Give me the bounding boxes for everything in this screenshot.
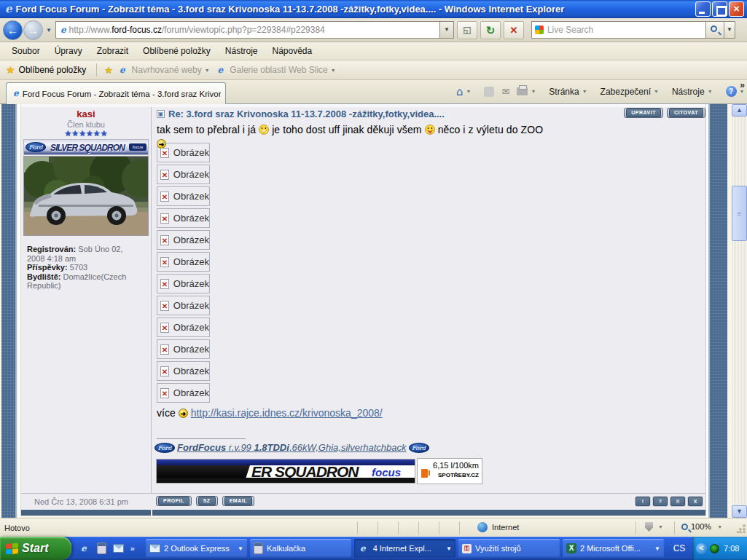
print-dropdown[interactable]: ▼ xyxy=(531,89,536,94)
menu-soubor[interactable]: Soubor xyxy=(4,44,47,58)
web-slice-dropdown[interactable]: ▼ xyxy=(331,68,336,73)
gallery-link[interactable]: http://kasi.rajce.idnes.cz/krivonoska_20… xyxy=(191,407,383,419)
menu-nastroje[interactable]: Nástroje xyxy=(218,44,265,58)
quick-launch-outlook-icon[interactable] xyxy=(113,544,124,553)
pm-button[interactable]: SZ xyxy=(196,496,218,506)
restore-button[interactable] xyxy=(712,1,727,17)
close-button[interactable]: ✕ xyxy=(729,1,744,17)
search-box[interactable]: Live Search xyxy=(531,21,706,39)
key-icon: ⚿ xyxy=(462,544,472,553)
web-slice-button[interactable]: Galerie oblastí Web Slice xyxy=(230,65,328,75)
author-name[interactable]: kasi xyxy=(21,109,151,119)
page-dropdown[interactable]: ▼ xyxy=(582,89,587,94)
page-menu[interactable]: Stránka xyxy=(549,87,579,97)
scroll-thumb[interactable] xyxy=(732,186,747,241)
tab-active[interactable]: e Ford Focus Forum - Zobrazit téma - 3.f… xyxy=(6,82,226,104)
image-label: Obrázek xyxy=(173,169,209,180)
task-kalkulacka[interactable]: Kalkulačka xyxy=(250,539,351,558)
tray-app-icon[interactable] xyxy=(710,544,719,553)
zoom-dropdown[interactable]: ▼ xyxy=(717,524,722,529)
quick-launch-calculator-icon[interactable] xyxy=(97,543,106,554)
recent-pages-dropdown[interactable]: ▼ xyxy=(46,27,52,33)
tray-collapse-icon[interactable]: < xyxy=(696,543,707,554)
scroll-down-button[interactable]: ▼ xyxy=(732,505,747,518)
rss-icon[interactable] xyxy=(484,87,494,97)
suggested-dropdown[interactable]: ▼ xyxy=(205,68,210,73)
home-icon[interactable]: ⌂ xyxy=(456,87,464,97)
image-label: Obrázek xyxy=(173,191,209,202)
signature-divider xyxy=(157,438,246,439)
menu-oblibene[interactable]: Oblíbené položky xyxy=(136,44,218,58)
start-button[interactable]: Start xyxy=(0,537,71,560)
mini-button-1[interactable]: ! xyxy=(635,497,650,506)
edit-button[interactable]: UPRAVIT xyxy=(624,108,663,118)
fuel-site: SPOTŘEBY.CZ xyxy=(418,472,479,478)
task-group-dropdown[interactable]: ▼ xyxy=(238,545,243,552)
home-dropdown[interactable]: ▼ xyxy=(466,89,472,94)
mini-button-2[interactable]: ? xyxy=(653,497,668,506)
broken-image[interactable]: ✕Obrázek xyxy=(157,208,210,228)
address-bar[interactable]: e http://www.ford-focus.cz/forum/viewtop… xyxy=(55,21,440,39)
broken-image[interactable]: ✕Obrázek xyxy=(157,143,210,162)
shield-dropdown[interactable]: ▼ xyxy=(658,524,663,529)
toolbar-overflow-chevron[interactable]: » xyxy=(740,80,745,90)
quote-button[interactable]: CITOVAT xyxy=(667,108,705,118)
help-icon[interactable]: ? xyxy=(726,86,737,97)
post-icon[interactable]: ▣ xyxy=(157,110,165,118)
forward-button[interactable]: → xyxy=(23,20,43,40)
task-group-dropdown[interactable]: ▼ xyxy=(446,545,452,552)
post-date: Ned Črc 13, 2008 6:31 pm xyxy=(34,497,128,506)
broken-image[interactable]: ✕Obrázek xyxy=(157,165,210,184)
minimize-button[interactable] xyxy=(695,1,711,17)
menu-upravy[interactable]: Úpravy xyxy=(47,44,90,58)
favorites-button[interactable]: Oblíbené položky xyxy=(19,65,87,75)
scroll-up-button[interactable]: ▲ xyxy=(732,104,747,117)
security-dropdown[interactable]: ▼ xyxy=(654,89,659,94)
tools-menu[interactable]: Nástroje xyxy=(672,87,705,97)
quick-launch-ie-icon[interactable]: e xyxy=(81,543,87,554)
task-vyuziti-stroju[interactable]: ⚿ Využití strojů xyxy=(458,539,560,558)
back-button[interactable]: ← xyxy=(3,20,23,40)
shield-icon xyxy=(645,522,653,532)
search-button[interactable] xyxy=(706,21,724,39)
task-outlook-express[interactable]: 2 Outlook Express ▼ xyxy=(146,539,247,558)
zoom-control[interactable]: 100% ▼ xyxy=(681,522,728,531)
task-group-dropdown[interactable]: ▼ xyxy=(654,545,660,552)
broken-image[interactable]: ✕Obrázek xyxy=(157,252,210,272)
profile-button[interactable]: PROFIL xyxy=(156,496,192,506)
print-icon[interactable] xyxy=(517,87,528,95)
broken-image[interactable]: ✕Obrázek xyxy=(157,383,210,403)
broken-image[interactable]: ✕Obrázek xyxy=(157,361,210,381)
tools-dropdown[interactable]: ▼ xyxy=(708,89,713,94)
ford-logo-icon: Ford xyxy=(155,443,175,453)
broken-image[interactable]: ✕Obrázek xyxy=(157,339,210,359)
task-microsoft-office[interactable]: X 2 Microsoft Offi... ▼ xyxy=(563,539,664,558)
broken-image[interactable]: ✕Obrázek xyxy=(157,318,210,337)
search-options-dropdown[interactable]: ▼ xyxy=(724,21,735,39)
menu-napoveda[interactable]: Nápověda xyxy=(265,44,320,58)
mini-button-4[interactable]: X xyxy=(688,497,703,506)
broken-image[interactable]: ✕Obrázek xyxy=(157,230,210,250)
language-indicator[interactable]: CS xyxy=(668,537,691,560)
broken-image[interactable]: ✕Obrázek xyxy=(157,296,210,315)
title-bar: e Ford Focus Forum - Zobrazit téma - 3.f… xyxy=(0,0,747,18)
task-internet-explorer[interactable]: e 4 Internet Expl... ▼ xyxy=(354,539,455,558)
menu-zobrazit[interactable]: Zobrazit xyxy=(90,44,136,58)
stop-button[interactable]: ✕ xyxy=(504,21,524,39)
fuel-consumption-widget[interactable]: 6,15 l/100km SPOTŘEBY.CZ xyxy=(417,458,482,484)
mini-button-3[interactable]: !! xyxy=(670,497,685,506)
mail-icon[interactable]: ✉ xyxy=(501,86,509,97)
refresh-button[interactable]: ↻ xyxy=(480,21,501,39)
email-button[interactable]: EMAIL xyxy=(222,496,254,506)
broken-image[interactable]: ✕Obrázek xyxy=(157,186,210,206)
broken-image[interactable]: ✕Obrázek xyxy=(157,274,210,293)
suggested-sites-button[interactable]: Navrhované weby xyxy=(132,65,202,75)
grin-smiley-icon xyxy=(259,125,269,137)
security-menu[interactable]: Zabezpečení xyxy=(601,87,651,97)
add-favorite-icon[interactable]: ★ xyxy=(104,65,113,76)
compatibility-view-button[interactable]: ◱ xyxy=(457,21,477,39)
quick-launch-overflow[interactable]: » xyxy=(130,544,135,553)
address-dropdown-button[interactable]: ▼ xyxy=(440,21,454,39)
protected-mode[interactable]: ▼ xyxy=(645,522,669,532)
vertical-scrollbar[interactable]: ▲ ▼ xyxy=(732,104,747,518)
